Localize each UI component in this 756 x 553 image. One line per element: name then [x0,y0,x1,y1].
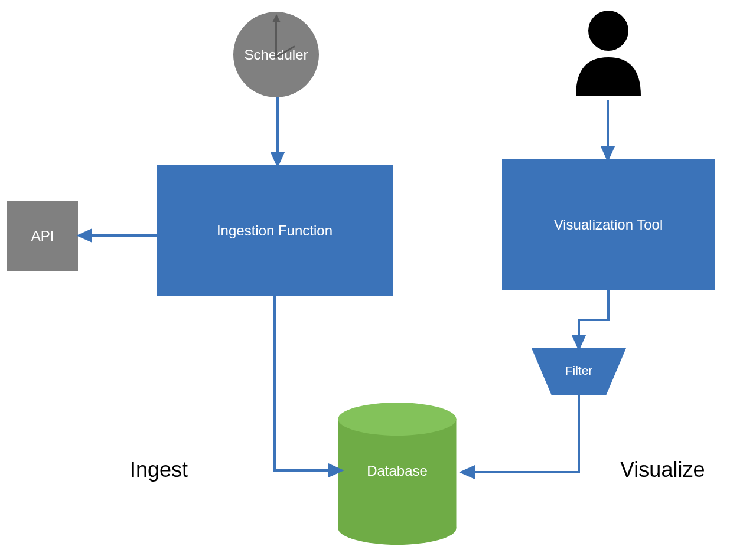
database-node: Database [337,401,458,546]
arrow-ingestion-to-api [77,227,159,244]
arrow-user-to-visualization [599,100,617,162]
arrow-scheduler-to-ingestion [269,97,286,168]
arrow-filter-to-database [455,395,591,484]
arrow-visualization-to-filter [566,290,619,355]
api-label: API [31,228,54,244]
user-icon [570,7,647,98]
svg-marker-6 [272,153,283,165]
scheduler-label: Scheduler [244,47,308,63]
svg-marker-10 [602,148,613,159]
svg-marker-13 [462,467,474,477]
filter-node: Filter [532,348,626,395]
svg-marker-11 [330,465,341,476]
database-label: Database [337,463,458,479]
visualize-section-label: Visualize [620,457,705,482]
filter-label: Filter [532,364,626,378]
scheduler-node: Scheduler [233,12,319,97]
ingestion-node: Ingestion Function [157,165,393,296]
visualization-label: Visualization Tool [554,217,663,233]
svg-marker-8 [79,230,91,241]
ingest-section-label: Ingest [130,457,188,482]
ingestion-label: Ingestion Function [217,222,333,239]
svg-point-0 [588,11,628,51]
svg-point-4 [338,403,457,436]
svg-marker-12 [573,336,584,348]
visualization-node: Visualization Tool [502,159,715,290]
arrow-ingestion-to-database [266,296,354,485]
api-node: API [7,201,78,271]
